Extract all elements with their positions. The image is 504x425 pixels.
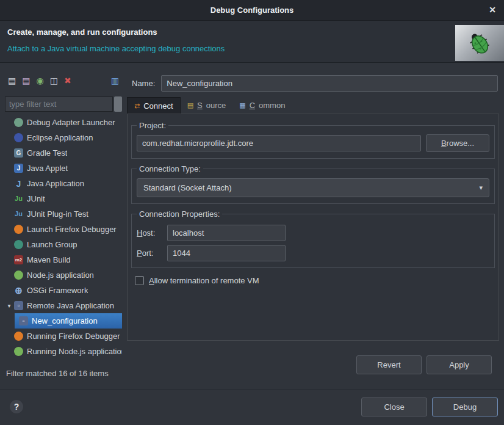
tree-item-label: Eclipse Application — [27, 133, 93, 142]
eclipse-icon — [14, 133, 23, 142]
connection-properties-group: Connection Properties: Host: Port: — [131, 209, 495, 268]
connection-type-group-label: Connection Type: — [137, 164, 203, 173]
tree-item-junit-plug-in-test[interactable]: JuJUnit Plug-in Test — [5, 206, 122, 222]
chevron-down-icon: ▾ — [479, 184, 483, 192]
tree-item-debug-adapter-launcher[interactable]: Debug Adapter Launcher — [5, 115, 122, 130]
debug-button[interactable]: Debug — [432, 398, 498, 416]
filter-row — [5, 96, 122, 112]
new-configuration-icon[interactable]: ▤ — [8, 76, 16, 85]
tab-label: ource — [206, 101, 226, 110]
allow-termination-label: Allow termination of remote VM — [149, 276, 259, 285]
tree-item-label: Java Applet — [27, 164, 68, 173]
tab-bar: ⇄Connect▤Source▦Common — [127, 97, 499, 114]
common-tab-icon: ▦ — [239, 102, 245, 109]
tab-label: C — [250, 101, 255, 110]
nodejs-icon — [14, 347, 23, 356]
allow-termination-checkbox[interactable] — [135, 276, 144, 285]
page-subtitle: Attach to a Java virtual machine accepti… — [7, 44, 225, 53]
tab-connect[interactable]: ⇄Connect — [127, 97, 181, 114]
tree-item-maven-build[interactable]: m2Maven Build — [5, 252, 122, 267]
tree-item-gradle-test[interactable]: GGradle Test — [5, 145, 122, 161]
export-configurations-icon[interactable]: ◉ — [36, 76, 43, 85]
title-bar: Debug Configurations ✕ — [0, 0, 504, 21]
filter-icon[interactable]: ▥ — [111, 76, 119, 85]
header-banner: Create, manage, and run configurations A… — [0, 21, 504, 63]
host-label: Host: — [137, 228, 162, 238]
tree-item-junit[interactable]: JuJUnit — [5, 191, 122, 206]
sidebar-toolbar: ▤▤◉◫✖▥ — [5, 72, 122, 89]
tree-item-java-applet[interactable]: JJava Applet — [5, 161, 122, 176]
action-row: Revert Apply — [127, 355, 499, 374]
filter-status: Filter matched 16 of 16 items — [6, 369, 122, 378]
new-prototype-icon[interactable]: ▤ — [22, 76, 30, 85]
tree-item-launch-group[interactable]: Launch Group — [5, 237, 122, 252]
firefox-icon — [14, 225, 23, 234]
filter-input[interactable] — [5, 96, 113, 112]
name-input[interactable] — [161, 75, 498, 92]
project-group-label: Project: — [137, 121, 168, 130]
tree-item-label: Running Node.js application — [27, 347, 122, 356]
tree-item-remote-java-application[interactable]: ▾▫Remote Java Application — [5, 298, 122, 313]
tab-label: S — [197, 101, 203, 110]
tree-item-label: Launch Firefox Debugger — [27, 225, 117, 234]
project-input[interactable] — [137, 135, 421, 151]
firefox-icon — [14, 332, 23, 341]
tree-item-label: Launch Group — [27, 240, 77, 249]
sidebar: ▤▤◉◫✖▥ Debug Adapter LauncherEclipse App… — [5, 72, 122, 385]
tab-source[interactable]: ▤Source — [181, 97, 233, 114]
junit-plugin-icon: Ju — [13, 209, 24, 219]
duplicate-icon[interactable]: ◫ — [50, 76, 58, 85]
browse-button[interactable]: Browse... — [426, 134, 489, 152]
bug-image — [455, 25, 504, 61]
host-row: Host: — [137, 225, 489, 241]
connection-properties-group-label: Connection Properties: — [137, 209, 222, 219]
tree-item-launch-firefox-debugger[interactable]: Launch Firefox Debugger — [5, 222, 122, 237]
tree-item-running-firefox-debugger[interactable]: Running Firefox Debugger — [5, 329, 122, 344]
configuration-panel: Name: ⇄Connect▤Source▦Common Project: Br… — [127, 72, 499, 385]
tree-item-running-node-js-application[interactable]: Running Node.js application — [5, 344, 122, 359]
tab-label: ommon — [259, 101, 285, 110]
gradle-icon: G — [14, 148, 23, 158]
tab-common[interactable]: ▦Common — [232, 97, 292, 114]
delete-icon[interactable]: ✖ — [64, 76, 71, 85]
tree-item-osgi-framework[interactable]: ⊕OSGi Framework — [5, 283, 122, 298]
java-application-icon: J — [13, 179, 24, 189]
nodejs-icon — [14, 271, 23, 280]
revert-button[interactable]: Revert — [356, 355, 422, 374]
tree-item-label: JUnit Plug-in Test — [27, 209, 88, 219]
apply-button[interactable]: Apply — [427, 355, 492, 374]
name-label: Name: — [132, 79, 155, 88]
tree-item-label: Java Application — [27, 179, 84, 188]
tree-item-java-application[interactable]: JJava Application — [5, 176, 122, 191]
scrollbar-thumb[interactable] — [114, 96, 122, 112]
osgi-icon: ⊕ — [13, 286, 24, 296]
tree-item-new-configuration[interactable]: ▫New_configuration — [15, 313, 122, 329]
launch-group-icon — [14, 240, 23, 249]
port-input[interactable] — [167, 245, 286, 261]
remote-java-icon: ▫ — [14, 301, 23, 310]
tree-item-label: Gradle Test — [27, 148, 67, 158]
tree-item-label: Debug Adapter Launcher — [27, 118, 115, 127]
connection-type-group: Connection Type: Standard (Socket Attach… — [131, 164, 495, 204]
config-tree: Debug Adapter LauncherEclipse Applicatio… — [5, 115, 122, 369]
tree-item-label: Running Firefox Debugger — [27, 332, 120, 341]
expander-icon[interactable]: ▾ — [5, 302, 13, 309]
port-label: Port: — [137, 249, 162, 258]
footer-bar: ? Close Debug — [0, 389, 504, 425]
tab-label: Connect — [143, 101, 173, 111]
host-input[interactable] — [167, 225, 286, 241]
project-group: Project: Browse... — [131, 121, 495, 159]
connection-type-select[interactable]: Standard (Socket Attach) ▾ — [137, 178, 489, 197]
close-button[interactable]: Close — [361, 398, 427, 416]
tree-item-label: Remote Java Application — [27, 301, 114, 310]
tree-item-label: New_configuration — [32, 316, 98, 325]
allow-termination-row: Allow termination of remote VM — [135, 276, 491, 285]
tree-item-eclipse-application[interactable]: Eclipse Application — [5, 130, 122, 145]
tree-item-node-js-application[interactable]: Node.js application — [5, 267, 122, 283]
close-icon[interactable]: ✕ — [489, 5, 496, 15]
tree-item-label: Node.js application — [27, 271, 94, 280]
maven-icon: m2 — [14, 255, 23, 264]
window-title: Debug Configurations — [211, 5, 294, 15]
help-button[interactable]: ? — [10, 400, 23, 413]
remote-java-icon: ▫ — [19, 316, 28, 325]
